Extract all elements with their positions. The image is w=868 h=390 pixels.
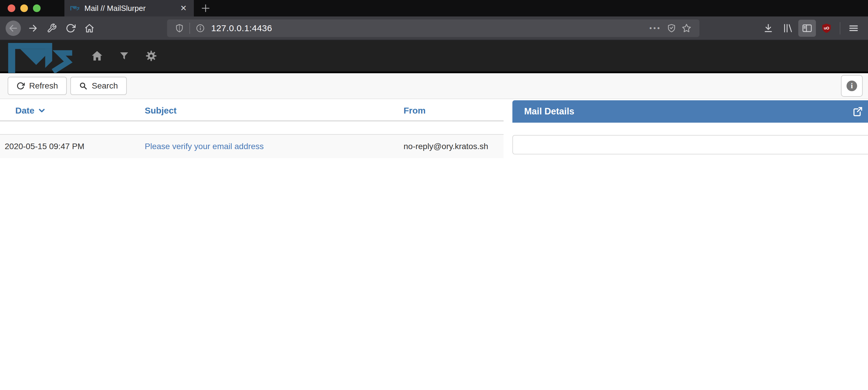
column-header-from-label: From [404, 106, 426, 115]
wrench-icon [47, 23, 57, 33]
app-nav-icons [90, 49, 158, 63]
refresh-icon [17, 82, 25, 90]
gear-icon [145, 50, 157, 62]
ublock-origin-button[interactable]: uO [818, 20, 835, 37]
search-icon [79, 82, 87, 90]
mailslurper-logo [8, 43, 75, 73]
mail-details-header: Mail Details [513, 100, 868, 123]
refresh-button[interactable]: Refresh [8, 77, 67, 95]
urlbar-divider [189, 23, 190, 34]
mail-row-date: 2020-05-15 09:47 PM [0, 134, 140, 158]
column-header-subject[interactable]: Subject [140, 99, 399, 121]
hamburger-icon [848, 23, 859, 33]
app-home-button[interactable] [90, 49, 104, 63]
library-button[interactable] [779, 20, 797, 37]
mail-row[interactable]: 2020-05-15 09:47 PM Please verify your e… [0, 134, 503, 158]
toolbar-separator [840, 22, 840, 34]
browser-nav-toolbar: 127.0.0.1:4436 ••• uO [0, 17, 868, 40]
mail-details-body [513, 135, 868, 154]
refresh-button-label: Refresh [29, 81, 58, 91]
home-button[interactable] [81, 20, 98, 37]
app-filter-button[interactable] [117, 49, 131, 63]
ublock-shield-icon: uO [821, 23, 832, 33]
downloads-button[interactable] [760, 20, 777, 37]
tracking-protection-shield-icon[interactable] [173, 24, 186, 33]
mailslurper-favicon-icon [70, 6, 80, 11]
external-link-icon [852, 106, 864, 117]
mail-row-subject-link[interactable]: Please verify your email address [145, 142, 264, 151]
column-header-from[interactable]: From [399, 99, 503, 121]
plus-icon [200, 3, 211, 14]
tab-title: Mail // MailSlurper [85, 4, 174, 13]
sort-chevron-down-icon [38, 107, 45, 114]
action-strip: Refresh Search i [0, 73, 868, 99]
browser-tab-bar: Mail // MailSlurper ✕ [0, 0, 868, 17]
url-text[interactable]: 127.0.0.1:4436 [208, 23, 647, 33]
column-header-date[interactable]: Date [0, 99, 140, 121]
app-settings-button[interactable] [144, 49, 158, 63]
reload-icon [66, 23, 75, 33]
forward-arrow-icon [28, 23, 38, 33]
tab-close-icon[interactable]: ✕ [179, 3, 188, 13]
app-navbar [0, 40, 868, 73]
info-icon: i [846, 81, 857, 91]
column-header-date-label: Date [15, 106, 34, 116]
column-header-subject-label: Subject [145, 106, 177, 115]
svg-text:uO: uO [824, 26, 830, 30]
window-zoom-button[interactable] [33, 4, 40, 12]
back-arrow-icon [8, 23, 18, 33]
page-actions-icon[interactable]: ••• [647, 24, 664, 32]
customize-button[interactable] [43, 20, 60, 37]
filter-funnel-icon [119, 51, 129, 61]
empty-spacer-row [0, 121, 503, 134]
toolbar-right-cluster: uO [758, 20, 863, 37]
bookmark-star-icon[interactable] [679, 23, 694, 33]
home-icon [85, 23, 94, 33]
search-button[interactable]: Search [70, 77, 127, 95]
address-bar[interactable]: 127.0.0.1:4436 ••• [167, 20, 700, 37]
new-tab-button[interactable] [194, 0, 217, 17]
app-home-icon [91, 50, 103, 62]
library-icon [783, 23, 793, 33]
open-in-new-window-button[interactable] [852, 106, 864, 117]
sidebars-button[interactable] [798, 20, 816, 37]
mail-row-from: no-reply@ory.kratos.sh [399, 134, 503, 158]
download-icon [763, 23, 773, 33]
window-minimize-button[interactable] [20, 4, 28, 12]
window-controls [0, 0, 48, 17]
mail-list-table: Date Subject From 2020-05-15 09:47 PM Pl… [0, 99, 503, 158]
search-button-label: Search [92, 81, 118, 91]
mail-details-title: Mail Details [524, 106, 575, 117]
back-button[interactable] [6, 21, 21, 36]
info-button[interactable]: i [841, 75, 863, 97]
mail-list-header-row: Date Subject From [0, 99, 503, 121]
menu-button[interactable] [845, 20, 862, 37]
reload-button[interactable] [62, 20, 79, 37]
forward-button[interactable] [24, 20, 41, 37]
window-close-button[interactable] [8, 4, 15, 12]
main-content: Date Subject From 2020-05-15 09:47 PM Pl… [0, 99, 868, 158]
site-info-icon[interactable] [193, 24, 208, 33]
mail-details-panel: Mail Details [513, 100, 868, 154]
pocket-shield-check-icon[interactable] [664, 24, 679, 33]
browser-tab[interactable]: Mail // MailSlurper ✕ [64, 0, 194, 17]
sidebar-icon [802, 23, 812, 33]
